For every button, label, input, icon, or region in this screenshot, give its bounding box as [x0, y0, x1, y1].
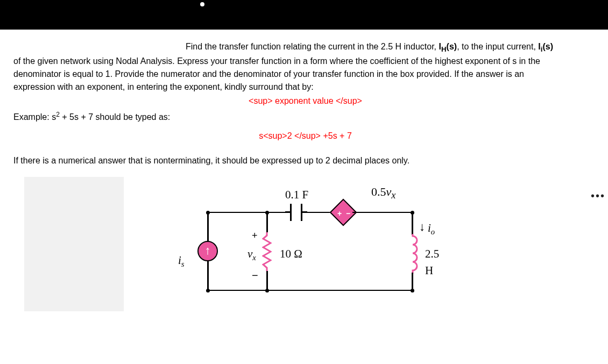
node-dot-icon	[265, 211, 269, 215]
symbol-ih: IH(s)	[439, 42, 457, 51]
wire	[266, 271, 268, 291]
output-current-label: io	[428, 220, 435, 238]
header-bar	[0, 0, 608, 30]
vx-minus-label: −	[252, 267, 258, 283]
node-dot-icon	[411, 211, 414, 215]
text-fragment: Find the transfer function relating the …	[186, 42, 439, 51]
wire	[207, 290, 267, 291]
current-source-arrow-icon: ↑	[205, 245, 211, 256]
sup-hint: <sup> exponent value </sup>	[13, 95, 597, 108]
input-current-label: is	[178, 252, 185, 270]
capacitor-label: 0.1 F	[285, 187, 308, 204]
wire	[207, 212, 209, 241]
vx-label: vx	[248, 246, 256, 263]
problem-text: expression with an exponent, in entering…	[13, 81, 597, 94]
wire	[412, 212, 413, 235]
wire	[352, 212, 412, 213]
io-arrow-icon: ↓	[419, 218, 425, 235]
problem-text: denominator is equal to 1. Provide the n…	[13, 68, 597, 81]
figure-background-block	[24, 177, 124, 311]
example-typed: s<sup>2 </sup> +5s + 7	[13, 130, 597, 142]
vx-plus-label: +	[252, 229, 258, 243]
header-dot-icon	[200, 2, 204, 6]
capacitor-plate-icon	[290, 204, 292, 221]
wire	[412, 273, 413, 291]
wire	[285, 211, 290, 213]
node-dot-icon	[206, 211, 210, 215]
current-source-icon: ↑	[197, 241, 218, 261]
resistor-icon	[262, 232, 272, 271]
resistor-label: 10 Ω	[280, 246, 302, 263]
node-dot-icon	[265, 289, 269, 292]
wire	[207, 212, 267, 213]
wire	[207, 261, 209, 291]
problem-text: Find the transfer function relating the …	[13, 40, 597, 55]
wire	[304, 212, 327, 213]
dependent-source-label: 0.5vx	[371, 183, 395, 203]
text-fragment: , to the input current,	[457, 42, 538, 51]
circuit-schematic: + − ↑	[175, 182, 444, 301]
node-dot-icon	[411, 289, 414, 292]
ellipsis-icon: •••	[591, 188, 605, 204]
wire	[266, 212, 268, 232]
symbol-ii: Ii(s)	[538, 42, 553, 51]
nonterminating-note: If there is a numerical answer that is n…	[13, 154, 597, 167]
example-label: Example: s2 + 5s + 7 should be typed as:	[13, 110, 597, 124]
inductor-icon	[407, 234, 418, 274]
dependent-source-polarity: + −	[336, 208, 352, 219]
problem-body: Find the transfer function relating the …	[0, 30, 608, 322]
problem-text: of the given network using Nodal Analysi…	[13, 55, 597, 68]
node-dot-icon	[206, 289, 210, 292]
inductor-label: 2.5 H	[425, 246, 444, 280]
circuit-figure: ••• + − ↑	[13, 177, 605, 311]
